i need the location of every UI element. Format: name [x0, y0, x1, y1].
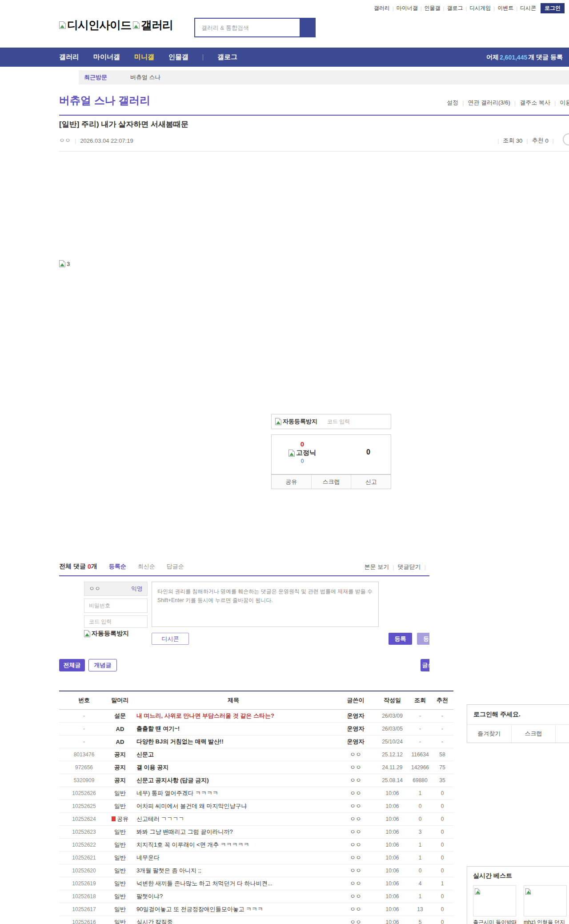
row-title-link[interactable]: 내 며느리, 사위로 만나면 부담스러울 것 같은 스타는? [131, 712, 336, 720]
comment-header-link[interactable]: 댓글닫기 [398, 563, 421, 571]
nav-item-마이너갤[interactable]: 마이너갤 [93, 53, 120, 61]
comment-submit-button-secondary[interactable]: 등록 [417, 633, 429, 645]
comment-header-link[interactable]: 본문 보기 [365, 563, 389, 571]
topbar-link[interactable]: 이벤트 [497, 4, 513, 12]
row-title-link[interactable]: 3개월 팔챗은 좀 아니지 ;; [131, 867, 336, 875]
row-author[interactable]: ㅇㅇ [336, 841, 376, 849]
post-author[interactable]: ㅇㅇ [59, 137, 71, 145]
best-thumbnail[interactable] [524, 885, 567, 916]
comment-textarea[interactable]: 타인의 권리를 침해하거나 명예를 훼손하는 댓글은 운영원칙 및 관련 법률에… [152, 582, 379, 627]
row-number: 10252624 [59, 816, 109, 822]
tab-all-posts[interactable]: 전체글 [59, 659, 85, 671]
gallery-title[interactable]: 버츄얼 스나 갤러리 [59, 93, 150, 108]
table-row: - AD 다양한 BJ의 거침없는 매력 발산!! 운영자 25/10/24 -… [59, 735, 453, 748]
login-button[interactable]: 로그인 [541, 3, 565, 13]
nav-item-인물갤[interactable]: 인물갤 [168, 53, 188, 61]
site-logo[interactable]: 디시인사이드 갤러리 [59, 18, 173, 32]
row-author[interactable]: 운영자 [336, 738, 376, 746]
nav-item-미니갤[interactable]: 미니갤 [134, 53, 154, 61]
row-title-link[interactable]: 네무) 통파 열어주겠다 ㅋㅋㅋㅋ [131, 789, 336, 797]
row-author[interactable]: ㅇㅇ [336, 828, 376, 836]
row-title-link[interactable]: 신문고 공지사항 (답글 금지) [131, 776, 336, 784]
best-caption[interactable]: 출근시미 들이받때리지 [473, 919, 516, 924]
row-title-link[interactable]: 신고테러 ㄱㄱㄱㄱ [131, 815, 336, 823]
comment-name-value[interactable]: ㅇㅇ [89, 585, 100, 593]
row-author[interactable]: 운영자 [336, 712, 376, 720]
row-author[interactable]: ㅇㅇ [336, 815, 376, 823]
dccon-button[interactable]: 디시콘 [152, 633, 189, 645]
write-post-button[interactable]: 글쓰기 [421, 659, 429, 671]
comment-password-input[interactable] [84, 599, 147, 612]
row-title-link[interactable]: 갤 이용 공지 [131, 763, 336, 771]
topbar-link[interactable]: 인물갤 [425, 4, 441, 12]
anonymous-toggle[interactable]: 익명 [131, 585, 143, 593]
gallery-option-link[interactable]: 연관 갤러리(3/6) [468, 99, 510, 107]
row-title-link[interactable]: 어차피 씨미에서 볼건데 왜 마지막인냥구냐 [131, 802, 336, 810]
row-author[interactable]: ㅇㅇ [336, 867, 376, 875]
row-title-link[interactable]: 네무운다 [131, 854, 336, 862]
row-recommends: 0 [431, 906, 453, 912]
sort-최신순[interactable]: 최신순 [138, 563, 155, 570]
topbar-link[interactable]: 디시게임 [469, 4, 491, 12]
best-thumbnail[interactable] [473, 885, 516, 916]
row-number: 10252620 [59, 868, 109, 874]
best-caption[interactable]: mhz) 인형을 던지 [524, 919, 567, 924]
row-title-link[interactable]: 넉변한 새끼들 존나많노 하고 처먹던거 다 하나비켠... [131, 880, 336, 888]
row-author[interactable]: 운영자 [336, 725, 376, 733]
row-title-link[interactable]: 치지직1호 꼭 이루래이 <면 개추 ㅋㅋㅋㅋㅋ [131, 841, 336, 849]
search-input[interactable] [195, 19, 300, 36]
post-top-border [59, 115, 569, 116]
row-title-link[interactable]: 90일걸어놓고 또 전긍정장애인들모아놓고 ㅋㅋㅋ [131, 905, 336, 913]
row-author[interactable]: ㅇㅇ [336, 918, 376, 924]
row-title-link[interactable]: 출출할 땐 여기~! [131, 725, 336, 733]
row-number: - [59, 726, 109, 732]
row-views: 69880 [409, 777, 431, 783]
row-title-link[interactable]: 팔챗이냐? [131, 892, 336, 900]
row-author[interactable]: ㅇㅇ [336, 905, 376, 913]
tab-best-posts[interactable]: 개념글 [88, 659, 117, 671]
row-author[interactable]: ㅇㅇ [336, 776, 376, 784]
share-button[interactable]: 공유 [272, 475, 311, 489]
separator: | [462, 100, 464, 106]
row-title-link[interactable]: 다양한 BJ의 거침없는 매력 발산!! [131, 738, 336, 746]
col-author: 글쓴이 [336, 696, 376, 704]
gallery-option-link[interactable]: 갤주소 복사 [520, 99, 550, 107]
topbar-link[interactable]: 갤로그 [447, 4, 463, 12]
sort-등록순[interactable]: 등록순 [109, 563, 126, 570]
gallery-option-link[interactable]: 이용안내 [560, 99, 569, 107]
sort-답글순[interactable]: 답글순 [167, 563, 184, 570]
row-author[interactable]: ㅇㅇ [336, 789, 376, 797]
comment-bubble-icon[interactable] [563, 133, 569, 145]
gallery-option-link[interactable]: 설정 [447, 99, 458, 107]
comment-code-input[interactable] [84, 616, 147, 627]
search-button[interactable] [300, 19, 315, 36]
row-author[interactable]: ㅇㅇ [336, 880, 376, 888]
row-title-link[interactable]: 봐봐 그냥 밴때리고 그럼 끝이라니까? [131, 828, 336, 836]
nav-item-갤로그[interactable]: 갤로그 [217, 53, 237, 61]
topbar-link[interactable]: 갤러리 [374, 4, 390, 12]
row-title-link[interactable]: 신문고 [131, 751, 336, 759]
topbar-link[interactable]: 디시콘 [520, 4, 536, 12]
row-author[interactable]: ㅇㅇ [336, 892, 376, 900]
downvote-count[interactable]: 0 [366, 448, 370, 456]
row-title-link[interactable]: 실시간 칼질중 [131, 918, 336, 924]
row-number: 10252626 [59, 790, 109, 796]
row-author[interactable]: ㅇㅇ [336, 751, 376, 759]
broken-image-icon [84, 630, 90, 637]
row-author[interactable]: ㅇㅇ [336, 763, 376, 771]
row-views: 0 [409, 816, 431, 822]
captcha-code-input[interactable] [317, 418, 391, 425]
upvote-area[interactable]: 0 고정닉 0 [283, 440, 321, 464]
recent-visit-label[interactable]: 최근방문 [84, 73, 107, 81]
topbar-link[interactable]: 마이너갤 [397, 4, 418, 12]
recent-visit-gallery[interactable]: 버츄얼 스나 [130, 73, 161, 81]
sidebar-tab-스크랩[interactable]: 스크랩 [511, 725, 556, 743]
sidebar-tab-알림[interactable]: 알림 [555, 725, 569, 743]
nav-item-갤러리[interactable]: 갤러리 [59, 53, 79, 61]
report-button[interactable]: 신고 [351, 475, 391, 489]
row-author[interactable]: ㅇㅇ [336, 802, 376, 810]
comment-submit-button[interactable]: 등록 [389, 633, 412, 645]
sidebar-tab-즐겨찾기[interactable]: 즐겨찾기 [467, 725, 511, 743]
row-author[interactable]: ㅇㅇ [336, 854, 376, 862]
scrap-button[interactable]: 스크랩 [311, 475, 351, 489]
